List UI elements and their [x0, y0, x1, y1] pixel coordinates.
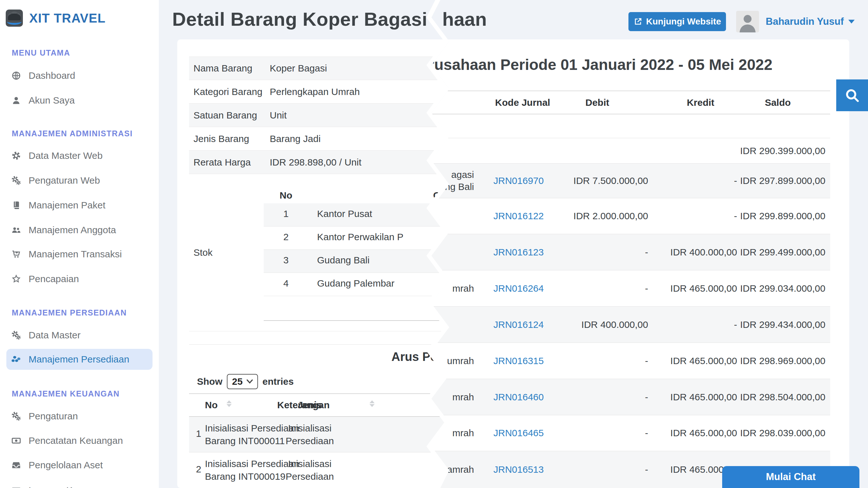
sidebar-item-label: Pengelolaan Aset	[29, 460, 103, 470]
stok-gudang: Kantor Pusat	[317, 208, 372, 219]
kode-jurnal-link[interactable]: JRN016465	[493, 428, 551, 438]
cell-jenis: Inisialisasi Persediaan	[280, 422, 340, 447]
cell-jenis: Inisialisasi Persediaan	[280, 458, 340, 483]
cell-saldo: IDR 298.039.000,00	[720, 428, 826, 438]
user-icon	[11, 96, 21, 105]
stok-no: 3	[264, 255, 308, 266]
cell-saldo: IDR 299.499.000,00	[720, 247, 826, 258]
sidebar: XIT TRAVEL MENU UTAMA Dashboard Akun Say…	[0, 0, 159, 488]
field-label: Nama Barang	[193, 63, 252, 74]
person-icon	[736, 11, 759, 32]
sidebar-item-label: Akun Saya	[29, 95, 75, 106]
periode-heading-fragment: rusahaan Periode 01 Januari 2022 - 05 Me…	[428, 56, 772, 73]
stok-gudang: Gudang Palembar	[317, 278, 395, 289]
sidebar-item-manajemen-paket[interactable]: Manajemen Paket	[6, 197, 153, 214]
globe-icon	[11, 71, 21, 81]
field-label: Satuan Barang	[193, 110, 257, 121]
chat-button[interactable]: Mulai Chat	[722, 466, 860, 488]
cubes-icon	[11, 355, 21, 364]
sidebar-item-pengelolaan-aset[interactable]: Pengelolaan Aset	[6, 457, 153, 474]
brand-name: XIT TRAVEL	[29, 11, 105, 25]
kode-jurnal-link[interactable]: JRN016122	[493, 211, 551, 221]
user-menu[interactable]: Baharudin Yusuf	[766, 11, 855, 32]
sidebar-item-pencapaian[interactable]: Pencapaian	[6, 271, 153, 287]
sidebar-item-label: Manajemen Anggota	[29, 224, 116, 236]
sidebar-item-manajemen-persediaan[interactable]: Manajemen Persediaan	[6, 349, 153, 370]
field-value: Barang Jadi	[270, 133, 320, 144]
cell-debit: -	[547, 392, 648, 402]
avatar[interactable]	[736, 11, 759, 32]
field-label: Stok	[193, 247, 213, 258]
sidebar-item-label: Pengaturan Web	[29, 175, 100, 186]
visit-website-label: Kunjungi Website	[646, 17, 721, 27]
cell-debit: -	[547, 428, 648, 438]
sidebar-item-label: Data Master	[29, 330, 81, 341]
col-jenis[interactable]: Jenis	[280, 400, 340, 410]
sidebar-item-laporan-keuangan[interactable]: Laporan Keuangan	[6, 482, 153, 488]
kode-jurnal-link[interactable]: JRN016123	[493, 247, 551, 258]
section-label: MANAJEMEN PERSEDIAAN	[12, 308, 127, 317]
brand[interactable]: XIT TRAVEL	[6, 9, 105, 27]
sidebar-item-pengaturan-web[interactable]: Pengaturan Web	[6, 172, 153, 189]
brand-logo-icon	[6, 9, 23, 27]
journal-page-title-fragment: haan	[442, 8, 487, 30]
cell-saldo: IDR 290.399.000,00	[720, 146, 826, 156]
journal-row: JRN016122 IDR 2.000.000,00 - IDR 299.899…	[381, 198, 830, 234]
star-icon	[11, 274, 21, 284]
sidebar-item-label: Dashboard	[29, 70, 75, 81]
sidebar-item-label: Laporan Keuangan	[29, 485, 110, 488]
keterangan-fragment: agasing Bali	[445, 169, 474, 193]
sidebar-item-manajemen-anggota[interactable]: Manajemen Anggota	[6, 222, 153, 238]
sidebar-item-pengaturan[interactable]: Pengaturan	[6, 408, 153, 424]
section-label: MENU UTAMA	[12, 48, 70, 58]
journal-row: mrah JRN016460 - IDR 465.000,00 IDR 298.…	[381, 379, 830, 415]
sidebar-item-manajemen-transaksi[interactable]: Manajemen Transaksi	[6, 246, 153, 263]
user-name: Baharudin Yusuf	[766, 16, 844, 27]
journal-row: mrah JRN016264 - IDR 465.000,00 IDR 299.…	[381, 270, 830, 307]
sidebar-item-dashboard[interactable]: Dashboard	[6, 67, 153, 84]
kode-jurnal-link[interactable]: JRN016460	[493, 392, 551, 402]
entries-select[interactable]: 25	[227, 374, 258, 389]
cell-debit: -	[547, 247, 648, 258]
search-icon	[844, 88, 860, 103]
sidebar-item-label: Manajemen Paket	[29, 200, 105, 211]
sidebar-item-label: Manajemen Transaksi	[29, 249, 122, 260]
journal-row: JRN016124 IDR 400.000,00 - IDR 299.434.0…	[381, 307, 830, 343]
entries-label: entries	[262, 376, 293, 387]
sidebar-item-pencatatan-keuangan[interactable]: Pencatatan Keuangan	[6, 432, 153, 449]
search-button[interactable]	[836, 80, 868, 111]
keterangan-fragment: umrah	[447, 355, 474, 367]
sort-icon[interactable]	[370, 400, 375, 407]
external-link-icon	[633, 17, 643, 26]
col-saldo: Saldo	[730, 97, 826, 108]
kode-jurnal-link[interactable]: JRN016970	[493, 175, 551, 186]
field-label: Jenis Barang	[193, 133, 249, 144]
kode-jurnal-link[interactable]: JRN016124	[493, 319, 551, 330]
cell-saldo: IDR 299.434.000,00	[720, 319, 826, 330]
sidebar-item-akun-saya[interactable]: Akun Saya	[6, 92, 153, 109]
book-icon	[11, 201, 21, 210]
cell-saldo: IDR 299.034.000,00	[720, 283, 826, 294]
stok-no: 4	[264, 278, 308, 289]
stok-col-no: No	[264, 188, 308, 204]
sort-icon[interactable]	[226, 400, 231, 407]
kode-jurnal-link[interactable]: JRN016264	[493, 283, 551, 294]
cell-debit: IDR 7.500.000,00	[547, 175, 648, 186]
page-title: Detail Barang Koper Bagasi	[172, 8, 427, 30]
stok-gudang: Kantor Perwakilan P	[317, 232, 403, 242]
journal-table-header: Kode Jurnal Debit Kredit Saldo	[381, 91, 830, 114]
gears-icon	[11, 411, 21, 421]
cell-debit: -	[547, 283, 648, 294]
chevron-down-icon	[247, 379, 253, 384]
keterangan-fragment: mrah	[453, 427, 474, 439]
app-window: Detail Barang Koper Bagasi Nama Barang K…	[0, 0, 868, 488]
sidebar-item-data-master-web[interactable]: Data Master Web	[6, 147, 153, 164]
kode-jurnal-link[interactable]: JRN016513	[493, 464, 551, 475]
sidebar-item-data-master[interactable]: Data Master	[6, 327, 153, 343]
cell-saldo: IDR 298.969.000,00	[720, 356, 826, 366]
visit-website-button[interactable]: Kunjungi Website	[628, 12, 726, 31]
col-no[interactable]: No	[197, 400, 225, 410]
kode-jurnal-link[interactable]: JRN016315	[493, 356, 551, 366]
stok-no: 1	[264, 208, 308, 219]
section-label: MANAJEMEN ADMINISTRASI	[12, 129, 133, 138]
